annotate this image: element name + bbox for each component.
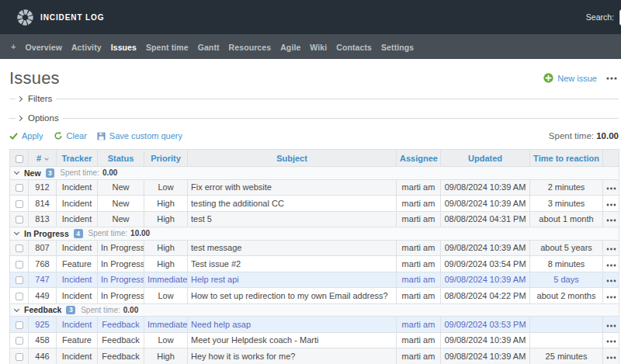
issue-row-768[interactable]: 768FeatureIn ProgressHighTest issue #2ma… <box>10 256 619 272</box>
refresh-icon <box>54 131 63 140</box>
nav-item-settings[interactable]: Settings <box>381 43 414 52</box>
issue-tracker-cell: Incident <box>57 272 98 288</box>
issue-priority-cell: Immediate <box>144 317 188 333</box>
row-actions-cell <box>603 179 619 196</box>
row-actions-cell <box>603 348 619 364</box>
issue-updated-cell: 09/08/2024 10:39 AM <box>441 196 530 212</box>
row-checkbox[interactable] <box>16 261 23 269</box>
quick-add-plus-button[interactable]: + <box>11 42 16 51</box>
issue-assignee-cell: marti am <box>397 211 441 227</box>
nav-item-activity[interactable]: Activity <box>71 43 102 52</box>
filters-toggle[interactable]: Filters <box>16 94 56 103</box>
nav-item-resources[interactable]: Resources <box>229 43 272 52</box>
group-spent-time-label: Spent time: <box>81 306 120 314</box>
column-header-subject[interactable]: Subject <box>188 150 397 167</box>
issue-row-458[interactable]: 458FeatureFeedbackLowMeet your Helpdesk … <box>10 332 619 348</box>
row-checkbox[interactable] <box>16 293 23 300</box>
select-all-checkbox[interactable] <box>16 155 23 163</box>
row-actions-button[interactable] <box>606 248 616 251</box>
nav-item-overview[interactable]: Overview <box>25 43 62 52</box>
issue-subject-cell[interactable]: How to set up redirection to my own Emai… <box>188 288 397 304</box>
issue-row-925[interactable]: 925IncidentFeedbackImmediateNeed help as… <box>10 317 619 333</box>
issue-id-cell: 912 <box>29 179 57 196</box>
column-header-id[interactable]: # <box>29 150 57 167</box>
issue-subject-cell[interactable]: Need help asap <box>188 317 397 333</box>
issue-row-912[interactable]: 912IncidentNewLowFix error with websitem… <box>10 179 619 196</box>
column-header-time-to-reaction[interactable]: Time to reaction <box>530 150 603 167</box>
row-actions-button[interactable] <box>606 187 616 190</box>
issue-row-813[interactable]: 813IncidentNewHightest 5marti am08/08/20… <box>10 211 619 227</box>
row-actions-button[interactable] <box>606 203 616 206</box>
issue-row-807[interactable]: 807IncidentIn ProgressHightest messagema… <box>10 240 619 256</box>
column-header-status[interactable]: Status <box>98 150 144 167</box>
row-checkbox[interactable] <box>16 244 23 252</box>
row-checkbox[interactable] <box>16 200 23 208</box>
issue-tracker-cell: Incident <box>57 317 98 333</box>
row-checkbox[interactable] <box>16 216 23 224</box>
sort-desc-icon <box>44 156 49 161</box>
column-header-updated[interactable]: Updated <box>441 150 530 167</box>
row-actions-button[interactable] <box>606 279 616 283</box>
issue-row-814[interactable]: 814IncidentNewHightesting the additional… <box>10 196 619 212</box>
nav-item-issues[interactable]: Issues <box>111 43 137 52</box>
issue-assignee-cell: marti am <box>397 272 441 288</box>
options-toggle[interactable]: Options <box>16 113 63 123</box>
row-actions-button[interactable] <box>606 264 616 267</box>
issue-priority-cell: High <box>144 211 188 227</box>
row-actions-button[interactable] <box>606 324 616 328</box>
page-title: Issues <box>9 68 60 88</box>
row-checkbox[interactable] <box>16 353 23 361</box>
row-checkbox[interactable] <box>16 276 23 284</box>
issue-subject-cell[interactable]: Help rest api <box>188 272 397 288</box>
issue-subject-cell[interactable]: test message <box>188 240 397 256</box>
issue-id-cell: 925 <box>29 317 57 333</box>
column-header-assignee[interactable]: Assignee <box>397 150 441 167</box>
issue-row-747[interactable]: 747IncidentIn ProgressImmediateHelp rest… <box>10 272 619 288</box>
row-actions-button[interactable] <box>606 340 616 343</box>
issue-subject-cell[interactable]: Hey how it is works for me? <box>188 348 397 364</box>
issue-subject-cell[interactable]: Meet your Helpdesk coach - Marti <box>188 332 397 348</box>
ellipsis-icon <box>606 279 616 283</box>
issue-assignee-cell: marti am <box>397 332 441 348</box>
nav-item-gantt[interactable]: Gantt <box>198 43 220 52</box>
row-checkbox[interactable] <box>16 184 23 192</box>
row-checkbox[interactable] <box>16 337 23 345</box>
row-actions-button[interactable] <box>606 296 616 299</box>
group-name: Feedback <box>24 305 61 314</box>
chevron-down-icon[interactable] <box>14 169 19 175</box>
issue-time-to-reaction-cell <box>530 332 603 348</box>
nav-item-wiki[interactable]: Wiki <box>310 43 327 52</box>
issue-subject-cell[interactable]: Test issue #2 <box>188 256 397 272</box>
issue-row-446[interactable]: 446IncidentFeedbackHighHey how it is wor… <box>10 348 619 364</box>
chevron-down-icon[interactable] <box>14 307 19 312</box>
ellipsis-icon <box>606 356 616 359</box>
issue-id-cell: 446 <box>29 348 57 364</box>
column-header-priority[interactable]: Priority <box>144 150 188 167</box>
issue-subject-cell[interactable]: test 5 <box>188 211 397 227</box>
options-fieldset: Options <box>9 113 619 123</box>
chevron-down-icon[interactable] <box>14 230 19 235</box>
row-actions-button[interactable] <box>606 219 616 222</box>
clear-button[interactable]: Clear <box>54 131 87 140</box>
context-row: Issues New issue <box>9 68 619 88</box>
issue-row-449[interactable]: 449IncidentIn ProgressLowHow to set up r… <box>10 288 619 304</box>
page-more-actions-button[interactable] <box>605 75 619 81</box>
issue-priority-cell: High <box>144 256 188 272</box>
issue-assignee-cell: marti am <box>397 348 441 364</box>
nav-item-contacts[interactable]: Contacts <box>336 43 372 52</box>
apply-button[interactable]: Apply <box>9 131 43 140</box>
row-actions-button[interactable] <box>606 356 616 359</box>
issue-subject-cell[interactable]: Fix error with website <box>188 179 397 196</box>
new-issue-button[interactable]: New issue <box>543 73 597 83</box>
save-disk-icon <box>97 132 106 140</box>
nav-item-agile[interactable]: Agile <box>280 43 300 52</box>
issue-time-to-reaction-cell: 3 minutes <box>530 196 603 212</box>
save-custom-query-button[interactable]: Save custom query <box>97 131 182 140</box>
issue-subject-cell[interactable]: testing the additional CC <box>188 196 397 212</box>
column-header-tracker[interactable]: Tracker <box>57 150 98 167</box>
ellipsis-icon <box>606 77 617 80</box>
issue-id-cell: 768 <box>29 256 57 272</box>
row-checkbox[interactable] <box>16 321 23 329</box>
issue-updated-cell: 09/09/2024 03:54 PM <box>441 256 530 272</box>
nav-item-spent-time[interactable]: Spent time <box>146 43 189 52</box>
